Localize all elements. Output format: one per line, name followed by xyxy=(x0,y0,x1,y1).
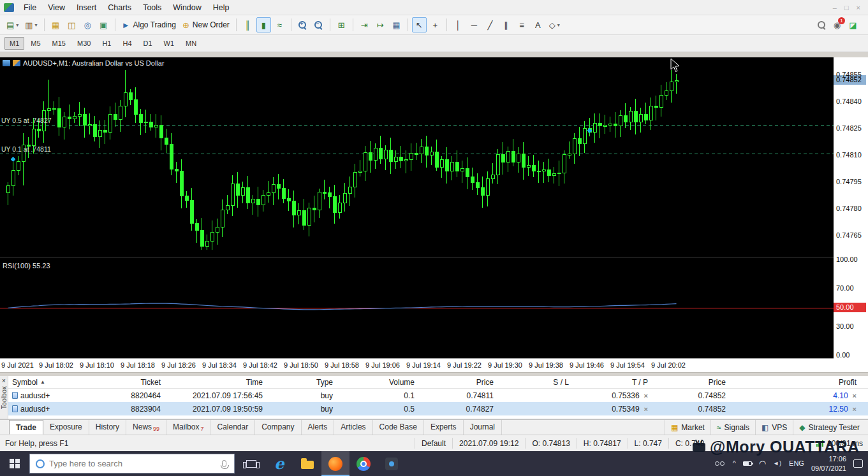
menu-insert[interactable]: Insert xyxy=(71,1,102,14)
trendline-icon[interactable]: ╱ xyxy=(483,17,497,32)
action-center-icon[interactable] xyxy=(853,459,863,468)
close-panel-button[interactable]: × xyxy=(2,377,6,384)
new-chart-icon[interactable]: ▤▾ xyxy=(4,17,21,32)
chrome-button[interactable] xyxy=(349,451,378,476)
timeframe-h1[interactable]: H1 xyxy=(97,37,116,50)
hidden-icons-chevron[interactable]: ^ xyxy=(733,460,736,467)
column-header-tp[interactable]: T / P xyxy=(573,378,652,387)
market-watch-icon[interactable]: ▦ xyxy=(48,17,63,32)
language-indicator[interactable]: ENG xyxy=(789,460,804,467)
tile-windows-icon[interactable]: ⊞ xyxy=(334,17,349,32)
column-header-sl[interactable]: S / L xyxy=(497,378,573,387)
chart-shift-icon[interactable]: ↦ xyxy=(373,17,388,32)
tab-news[interactable]: News99 xyxy=(126,420,166,435)
text-label-icon[interactable]: A xyxy=(531,17,545,32)
minimize-button[interactable]: – xyxy=(833,4,837,11)
crosshair-icon[interactable]: + xyxy=(428,17,443,32)
menu-view[interactable]: View xyxy=(42,1,71,14)
column-header-price[interactable]: Price xyxy=(652,378,730,387)
fibonacci-icon[interactable]: ≡ xyxy=(515,17,529,32)
tab-trade[interactable]: Trade xyxy=(9,420,43,435)
auto-scroll-icon[interactable]: ⇥ xyxy=(357,17,372,32)
microphone-icon[interactable] xyxy=(222,460,226,467)
zoom-out-icon[interactable]: − xyxy=(311,17,326,32)
status-profile[interactable]: Default xyxy=(415,438,452,449)
maximize-button[interactable]: □ xyxy=(844,4,849,11)
timeframe-h4[interactable]: H4 xyxy=(117,37,136,50)
chart-canvas[interactable] xyxy=(0,57,834,358)
new-order-button[interactable]: ⊕New Order xyxy=(180,17,232,32)
tab-mailbox[interactable]: Mailbox7 xyxy=(166,420,210,435)
menu-help[interactable]: Help xyxy=(207,1,235,14)
tab-code-base[interactable]: Code Base xyxy=(373,420,424,435)
price-axis[interactable]: 0.74852 50.00 0.748550.748400.748250.748… xyxy=(834,57,868,372)
navigator-icon[interactable]: ◎ xyxy=(80,17,95,32)
metatrader-taskbar-button[interactable] xyxy=(321,451,349,476)
timeframe-w1[interactable]: W1 xyxy=(159,37,180,50)
menu-charts[interactable]: Charts xyxy=(102,1,137,14)
panel-market[interactable]: ▦Market xyxy=(665,420,710,435)
close-button[interactable]: × xyxy=(857,4,860,11)
chart-area[interactable]: AUDUSD+,M1: Australian Dollar vs US Doll… xyxy=(0,57,834,358)
timeframe-m15[interactable]: M15 xyxy=(47,37,71,50)
column-header-ticket[interactable]: Ticket xyxy=(98,378,165,387)
screenshot-tool-button[interactable] xyxy=(378,451,406,476)
bars-chart-icon[interactable]: ║ xyxy=(240,17,255,32)
panel-strategy-tester[interactable]: ◆Strategy Tester xyxy=(793,420,865,435)
column-header-type[interactable]: Type xyxy=(267,378,337,387)
column-header-price[interactable]: Price xyxy=(418,378,497,387)
wifi-icon[interactable]: ◠ xyxy=(759,459,766,468)
cursor-icon[interactable]: ↖ xyxy=(412,17,427,32)
tab-articles[interactable]: Articles xyxy=(334,420,372,435)
tab-company[interactable]: Company xyxy=(255,420,301,435)
chart-profiles-icon[interactable]: ▥▾ xyxy=(22,17,40,32)
timeframe-m1[interactable]: M1 xyxy=(4,37,24,50)
new-window-grid-icon[interactable]: ▦ xyxy=(389,17,404,32)
timeframe-mn[interactable]: MN xyxy=(180,37,202,50)
tab-calendar[interactable]: Calendar xyxy=(210,420,255,435)
speaker-icon[interactable]: ◄) xyxy=(773,461,782,466)
close-position-button[interactable]: × xyxy=(644,392,648,400)
tab-history[interactable]: History xyxy=(89,420,126,435)
zoom-in-icon[interactable]: + xyxy=(295,17,310,32)
shapes-icon[interactable]: ◇▾ xyxy=(547,17,563,32)
close-position-button[interactable]: × xyxy=(853,392,857,400)
equidistant-channel-icon[interactable]: ∥ xyxy=(499,17,513,32)
tab-journal[interactable]: Journal xyxy=(464,420,502,435)
search-input[interactable] xyxy=(49,459,217,468)
timeframe-m30[interactable]: M30 xyxy=(72,37,96,50)
people-icon[interactable] xyxy=(714,460,726,468)
panel-vps[interactable]: ◧VPS xyxy=(755,420,793,435)
account-icon[interactable]: ◉1 xyxy=(830,17,844,32)
menu-file[interactable]: File xyxy=(18,1,42,14)
close-position-button[interactable]: × xyxy=(644,405,648,413)
start-button[interactable] xyxy=(0,451,29,476)
tab-exposure[interactable]: Exposure xyxy=(43,420,89,435)
taskbar-search[interactable] xyxy=(29,454,235,473)
column-header-profit[interactable]: Profit xyxy=(730,378,868,387)
menu-window[interactable]: Window xyxy=(167,1,207,14)
timeframe-d1[interactable]: D1 xyxy=(138,37,158,50)
tab-experts[interactable]: Experts xyxy=(424,420,464,435)
table-row[interactable]: audusd+88239042021.07.09 19:50:59buy0.50… xyxy=(8,402,868,415)
timeframe-m5[interactable]: M5 xyxy=(26,37,45,50)
tab-alerts[interactable]: Alerts xyxy=(302,420,335,435)
file-explorer-button[interactable] xyxy=(293,451,321,476)
clock[interactable]: 17:06 09/07/2021 xyxy=(811,454,846,473)
data-window-icon[interactable]: ◫ xyxy=(64,17,79,32)
close-position-button[interactable]: × xyxy=(853,405,857,413)
horizontal-line-icon[interactable]: ─ xyxy=(467,17,482,32)
column-header-symbol[interactable]: Symbol▲ xyxy=(8,378,98,387)
battery-icon[interactable] xyxy=(743,461,752,466)
panel-signals[interactable]: ≈Signals xyxy=(710,420,755,435)
line-chart-icon[interactable]: ≈ xyxy=(272,17,287,32)
community-icon[interactable]: ◪ xyxy=(846,17,860,32)
column-header-time[interactable]: Time xyxy=(165,378,267,387)
toolbox-icon[interactable]: ▣ xyxy=(96,17,111,32)
algo-trading-button[interactable]: ►Algo Trading xyxy=(119,17,179,32)
search-icon[interactable] xyxy=(814,17,828,32)
candles-chart-icon[interactable]: ▮ xyxy=(256,17,271,32)
menu-tools[interactable]: Tools xyxy=(137,1,167,14)
table-row[interactable]: audusd+88204642021.07.09 17:56:45buy0.10… xyxy=(8,389,868,402)
column-header-volume[interactable]: Volume xyxy=(337,378,418,387)
